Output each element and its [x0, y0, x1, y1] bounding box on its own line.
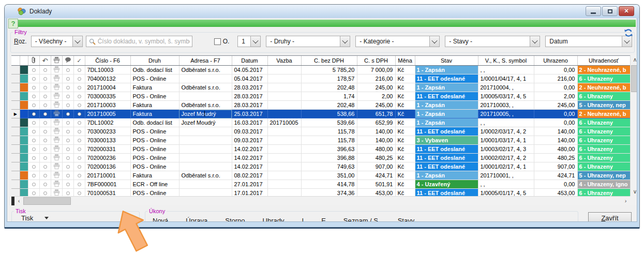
- uhrady-button[interactable]: Uhrady: [263, 217, 284, 222]
- cell-vks: 1/0001/04/17, 4, 1: [478, 75, 534, 83]
- i-button[interactable]: I: [302, 217, 304, 222]
- close-button[interactable]: ✕: [619, 6, 634, 16]
- scroll-left-icon[interactable]: ‹: [14, 197, 23, 205]
- flag-dot-icon: [32, 147, 36, 151]
- col-druh[interactable]: Druh: [130, 56, 179, 66]
- e-button[interactable]: E: [321, 217, 326, 222]
- help-button[interactable]: ?: [8, 19, 18, 28]
- payment-status-badge: 2 - Neuhrazené, b: [578, 110, 630, 118]
- search-box[interactable]: [86, 36, 192, 47]
- flag-dot-icon: [43, 183, 47, 186]
- cell-mena: Kč: [395, 136, 415, 145]
- col-vazba[interactable]: Vazba: [267, 56, 301, 66]
- seznam-button[interactable]: Seznam / S.: [343, 217, 380, 222]
- scroll-right-icon[interactable]: ›: [621, 197, 630, 205]
- col-cislo[interactable]: Číslo - F6: [85, 56, 130, 66]
- maximize-button[interactable]: [602, 6, 618, 16]
- col-uhradenost[interactable]: Uhradenosť: [577, 56, 630, 66]
- minimize-button[interactable]: [586, 6, 601, 16]
- scroll-up-icon[interactable]: ∧: [631, 55, 637, 64]
- row-selector: [11, 75, 20, 83]
- cell-adresa: [179, 154, 232, 162]
- refresh-icon[interactable]: [623, 28, 634, 38]
- undo-cell: [39, 75, 51, 83]
- table-row[interactable]: 7DL10003Odb. dodací listOdběratel s.r.o.…: [11, 66, 630, 75]
- cell-datum: 25.03.2017: [232, 110, 267, 118]
- filters-group-label: Filtry: [13, 29, 28, 35]
- cell-vazba: [267, 171, 301, 180]
- search-input[interactable]: [96, 38, 192, 45]
- table-row[interactable]: 7BF000001ECR - Off line27.01.2017414,785…: [11, 180, 630, 189]
- chevron-down-icon[interactable]: [340, 36, 350, 47]
- comment-cell: [62, 180, 73, 189]
- chevron-down-icon[interactable]: [429, 36, 439, 47]
- chevron-down-icon[interactable]: [622, 36, 632, 47]
- col-datum[interactable]: Datum: [232, 56, 267, 66]
- stavy-button[interactable]: Stavy: [398, 217, 415, 222]
- cell-datum: 08.02.2017: [232, 171, 267, 180]
- table-row[interactable]: 7DL10002Odb. dodací listJozef Moudrý16.0…: [11, 118, 630, 127]
- horizontal-scrollbar[interactable]: ‹ ›: [11, 196, 630, 205]
- col-mena[interactable]: Měna: [395, 56, 415, 66]
- payment-status-badge: 6 - Uhrazeny: [578, 154, 630, 162]
- col-s-dph[interactable]: C. s DPH: [357, 56, 395, 66]
- row-selector: [11, 92, 20, 101]
- zavrit-button[interactable]: Zavřít: [588, 212, 632, 222]
- col-uhrazeno[interactable]: Uhrazeno: [534, 56, 577, 66]
- druhy-select[interactable]: - Druhy -: [266, 36, 350, 47]
- table-row[interactable]: 701000531POS - Online17.01.2017374,36453…: [11, 189, 630, 197]
- vertical-scrollbar[interactable]: ∧ ∨: [630, 55, 637, 196]
- table-row[interactable]: 201710003FakturaOdběratel s.r.o.28.03.20…: [11, 101, 630, 110]
- table-row[interactable]: 703000233POS - Online09.03.2017115,78140…: [11, 127, 630, 136]
- printer-cell: [51, 180, 62, 189]
- table-row[interactable]: 704000132POS - Online05.04.2017178,57216…: [11, 75, 630, 83]
- flag-dot-icon: [66, 156, 70, 160]
- nova-button[interactable]: Nová: [153, 217, 168, 222]
- table-row[interactable]: 703000133POS - Online09.03.2017115,78140…: [11, 136, 630, 145]
- titlebar[interactable]: Doklady ✕: [5, 5, 639, 18]
- header-row[interactable]: ↶ ✓ Číslo - F6 Druh Adresa - F7 Datum Va…: [11, 56, 630, 66]
- cell-vazba: [267, 145, 301, 154]
- cell-uhrazeno: 424,71: [534, 171, 577, 180]
- cell-mena: Kč: [395, 127, 415, 136]
- row-indicator: [20, 101, 28, 110]
- chevron-down-icon[interactable]: [72, 36, 82, 47]
- col-stav[interactable]: Stav: [415, 56, 478, 66]
- cell-adresa-edit[interactable]: Jozef Moudrý: [179, 110, 232, 118]
- table-row[interactable]: ▶201710005FakturaJozef Moudrý25.03.20175…: [11, 110, 630, 118]
- cell-cislo: 703000233: [85, 127, 130, 136]
- cell-bez-dph: 178,57: [301, 75, 357, 83]
- table-row[interactable]: 702000331POS - Online14.02.2017396,63480…: [11, 145, 630, 154]
- cell-stav: 11 - EET odeslané: [415, 189, 478, 197]
- col-bez-dph[interactable]: C. bez DPH: [301, 56, 357, 66]
- flag-dot-icon: [43, 156, 47, 160]
- uprava-button[interactable]: Úprava: [186, 217, 207, 222]
- table-row[interactable]: 702000236POS - Online14.02.2017396,88480…: [11, 154, 630, 162]
- comment-cell: [62, 136, 73, 145]
- cell-uhradenost: 6 - Uhrazeny: [577, 136, 630, 145]
- page-select[interactable]: 1: [237, 36, 261, 47]
- chevron-down-icon[interactable]: [530, 36, 540, 47]
- print-button[interactable]: Tisk: [21, 214, 139, 222]
- rozsah-select[interactable]: - Všechny -: [31, 36, 83, 47]
- paperclip-cell: [28, 66, 39, 75]
- scroll-down-icon[interactable]: ∨: [631, 187, 637, 196]
- stavy-select[interactable]: - Stavy -: [445, 36, 540, 47]
- vertical-scroll-thumb[interactable]: [631, 65, 637, 92]
- col-adresa[interactable]: Adresa - F7: [179, 56, 232, 66]
- cell-datum: 28.03.2017: [232, 101, 267, 110]
- o-checkbox[interactable]: [214, 38, 221, 45]
- col-vks[interactable]: V., K., S. symbol: [478, 56, 534, 66]
- check-cell: [73, 127, 85, 136]
- payment-status-badge: 5 - Uhrazeny, nep: [578, 171, 630, 180]
- horizontal-scroll-thumb[interactable]: [23, 197, 71, 205]
- datum-select[interactable]: Datum: [545, 36, 632, 47]
- table-row[interactable]: 702000136POS - Online14.02.2017749,63907…: [11, 162, 630, 171]
- table-row[interactable]: 201710001FakturaOdběratel s.r.o.08.02.20…: [11, 171, 630, 180]
- cell-bez-dph: 115,78: [301, 127, 357, 136]
- table-row[interactable]: 201710004FakturaOdběratel s.r.o.28.03.20…: [11, 83, 630, 92]
- chevron-down-icon[interactable]: [250, 36, 260, 47]
- kategorie-select[interactable]: - Kategorie -: [355, 36, 440, 47]
- storno-button[interactable]: Storno: [225, 217, 245, 222]
- table-row[interactable]: 703000335POS - Online28.03.20171,742,00K…: [11, 92, 630, 101]
